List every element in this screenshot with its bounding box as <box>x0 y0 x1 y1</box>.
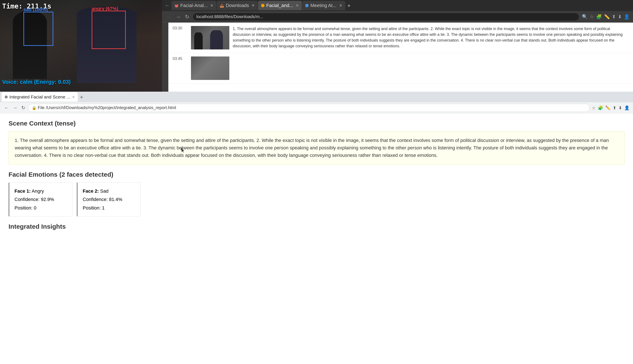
edit-icon-top[interactable]: ✏️ <box>604 14 610 20</box>
video-player: Time: 211.1s sad (100%) angry (67%) Voic… <box>0 0 162 92</box>
top-browser-window: ← 🐙 Facial-Anal... ✕ 📥 Downloads ✕ Facia… <box>162 0 633 92</box>
bookmark-icon-top[interactable]: ☆ <box>590 14 594 20</box>
facial-emotions-section: Facial Emotions (2 faces detected) Face … <box>8 171 624 217</box>
new-tab-button-bottom[interactable]: + <box>78 93 85 101</box>
scene-context-section: Scene Context (tense) 1. The overall atm… <box>8 120 624 164</box>
timestamp-0330: 03:30 <box>173 26 188 30</box>
tab-label-facial-anal: Facial-Anal... <box>180 3 208 8</box>
tab-downloads[interactable]: 📥 Downloads ✕ <box>217 1 258 10</box>
toolbar-bottom: ☆ 🧩 ✏️ ⬆ ⬇ 👤 <box>592 105 630 110</box>
face2-name: Face 2: Sad <box>83 187 135 196</box>
integrated-insights-section: Integrated Insights <box>8 223 624 230</box>
reload-button-top[interactable]: ↻ <box>184 13 190 21</box>
left-sidebar-top <box>162 22 168 92</box>
face2-position: Position: 1 <box>83 204 135 212</box>
bottom-address-bar: ← → ↻ 🔒 File /Users/chf/Downloads/my%20p… <box>0 102 633 114</box>
scene-context-title: Scene Context (tense) <box>8 120 624 127</box>
address-input-top[interactable] <box>193 13 579 21</box>
edit-icon-bottom[interactable]: ✏️ <box>605 105 610 110</box>
tab-close-facial-anal[interactable]: ✕ <box>210 3 213 8</box>
address-text-bottom: File /Users/chf/Downloads/my%20project/i… <box>38 105 176 110</box>
share-icon-bottom[interactable]: ⬆ <box>613 105 616 110</box>
file-icon-bottom: 🔒 <box>32 106 36 110</box>
new-tab-button-top[interactable]: + <box>346 2 352 10</box>
face1-label: Face 1: <box>14 188 31 194</box>
face-card-1: Face 1: Angry Confidence: 92.9% Position… <box>8 182 72 217</box>
reload-button-bottom[interactable]: ↻ <box>20 104 26 112</box>
extensions-icon-top[interactable]: 🧩 <box>596 14 602 20</box>
facial-emotions-title: Facial Emotions (2 faces detected) <box>8 171 624 178</box>
face-box-blue <box>24 12 53 46</box>
tab-meeting-at[interactable]: Meeting At... ✕ <box>302 1 345 10</box>
forward-button-bottom[interactable]: → <box>12 104 18 112</box>
tab-icon-github: 🐙 <box>174 4 178 8</box>
face1-name: Face 1: Angry <box>14 187 67 196</box>
timestamp-0345: 03:45 <box>173 56 188 61</box>
tab-icon-meeting-at <box>305 4 308 7</box>
tab-close-downloads[interactable]: ✕ <box>252 3 255 8</box>
emotions-grid: Face 1: Angry Confidence: 92.9% Position… <box>8 182 624 217</box>
bottom-browser-window: Integrated Facial and Scene ... ✕ + ← → … <box>0 92 633 364</box>
share-icon-top[interactable]: ⬆ <box>612 14 616 20</box>
tab-close-integrated[interactable]: ✕ <box>72 95 75 99</box>
tab-close-meeting-at[interactable]: ✕ <box>339 3 342 8</box>
timeline-item-0345: 03:45 <box>168 53 633 84</box>
face1-confidence: Confidence: 92.9% <box>14 195 67 204</box>
face2-emotion: Sad <box>100 188 108 194</box>
bottom-tab-bar: Integrated Facial and Scene ... ✕ + <box>0 92 633 102</box>
face-box-red <box>92 11 126 49</box>
top-nav-back[interactable]: ← <box>164 3 171 8</box>
timeline-text-0345 <box>233 56 629 80</box>
bookmark-icon-bottom[interactable]: ☆ <box>592 105 596 110</box>
top-tab-bar: ← 🐙 Facial-Anal... ✕ 📥 Downloads ✕ Facia… <box>162 0 633 11</box>
voice-status: Voice: calm (Energy: 0.03) <box>2 79 71 85</box>
timeline-panel: 03:30 1. The overall atmosphere appears … <box>168 22 633 92</box>
extensions-icon-bottom[interactable]: 🧩 <box>598 105 603 110</box>
timeline-thumbnail-0345 <box>191 56 229 80</box>
download-icon-bottom[interactable]: ⬇ <box>618 105 622 110</box>
tab-label-meeting-at: Meeting At... <box>310 3 336 8</box>
tab-close-facial-and[interactable]: ✕ <box>296 3 299 8</box>
tab-label-integrated: Integrated Facial and Scene ... <box>10 94 70 100</box>
scene-context-text: 1. The overall atmosphere appears to be … <box>8 131 624 164</box>
profile-icon-bottom[interactable]: 👤 <box>624 105 630 110</box>
integrated-insights-title: Integrated Insights <box>8 223 624 230</box>
forward-button-top[interactable]: → <box>175 13 182 21</box>
face2-label: Face 2: <box>83 188 99 194</box>
back-button-bottom[interactable]: ← <box>4 104 10 112</box>
tab-facial-anal[interactable]: 🐙 Facial-Anal... ✕ <box>171 1 216 10</box>
face1-position: Position: 0 <box>14 204 67 212</box>
main-content-area: Scene Context (tense) 1. The overall atm… <box>0 114 633 364</box>
download-icon-top[interactable]: ⬇ <box>618 14 622 20</box>
timeline-thumbnail-0330 <box>191 26 229 50</box>
face1-emotion: Angry <box>32 188 44 194</box>
timeline-text-0330: 1. The overall atmosphere appears to be … <box>233 26 629 50</box>
tab-label-facial-and: Facial_and... <box>266 3 293 8</box>
tab-icon-integrated <box>5 96 8 98</box>
toolbar-top: 🔍 ☆ 🧩 ✏️ ⬆ ⬇ 👤 <box>582 14 630 20</box>
profile-icon-top[interactable]: 👤 <box>624 14 630 20</box>
tab-label-downloads: Downloads <box>226 3 249 8</box>
timeline-item-0330: 03:30 1. The overall atmosphere appears … <box>168 22 633 53</box>
top-address-bar: ← → ↻ 🔍 ☆ 🧩 ✏️ ⬆ ⬇ 👤 <box>162 11 633 22</box>
tab-icon-facial-and <box>261 4 264 7</box>
back-button-top[interactable]: ← <box>166 13 172 21</box>
tab-integrated-bottom[interactable]: Integrated Facial and Scene ... ✕ <box>2 92 78 102</box>
tab-icon-downloads: 📥 <box>220 4 224 8</box>
address-display-bottom[interactable]: 🔒 File /Users/chf/Downloads/my%20project… <box>28 104 590 112</box>
face-card-2: Face 2: Sad Confidence: 81.4% Position: … <box>77 182 141 217</box>
top-browser-content: 03:30 1. The overall atmosphere appears … <box>162 22 633 92</box>
tab-facial-and[interactable]: Facial_and... ✕ <box>258 1 302 10</box>
search-icon-top[interactable]: 🔍 <box>582 14 588 20</box>
face2-confidence: Confidence: 81.4% <box>83 195 135 204</box>
